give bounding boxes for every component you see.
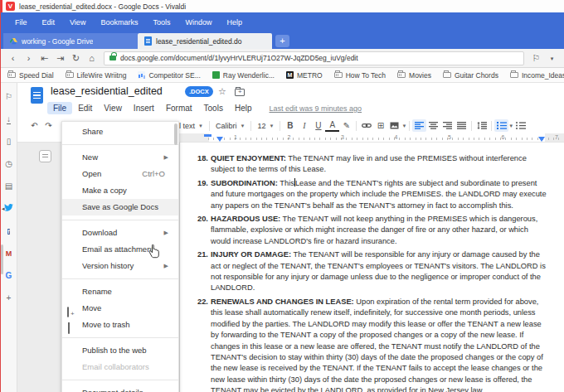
first-line-indent-marker[interactable] (204, 134, 212, 137)
panel-collapse-icon[interactable]: ◂ (2, 206, 5, 212)
bookmark-metro[interactable]: MMETRO (286, 71, 323, 80)
underline-button[interactable]: U (311, 119, 325, 132)
docs-menu-insert[interactable]: Insert (128, 102, 160, 114)
highlight-color-icon[interactable]: ✎ (339, 119, 353, 132)
panel-resize-handle[interactable] (1, 244, 3, 274)
align-left-button[interactable] (412, 119, 426, 132)
lease-clause-22[interactable]: 22.RENEWALS AND CHANGES IN LEASE: Upon e… (197, 297, 549, 392)
clause-number: 18. (197, 153, 211, 176)
twitter-icon[interactable] (4, 200, 13, 215)
font-select[interactable]: Calibri▼ (212, 122, 248, 130)
bookmark-icon[interactable]: ⚐ (5, 88, 12, 103)
mail-site-icon[interactable]: M (6, 244, 12, 259)
line-spacing-icon[interactable] (474, 119, 489, 132)
lease-clause-19[interactable]: 19.SUBORDINATION: ThisLease and the TENA… (197, 178, 549, 211)
file-menu-item-make-a-copy[interactable]: Make a copy (62, 182, 178, 199)
numbered-list-button[interactable] (494, 119, 508, 132)
show-outline-icon[interactable] (39, 150, 51, 162)
bookmark-lifewire-wriitng[interactable]: LifeWire Wriitng (66, 71, 127, 80)
bulleted-list-button[interactable] (513, 119, 528, 132)
bold-button[interactable]: B (283, 119, 297, 132)
clause-text: QUIET ENJOYMENT: The TENANT may live in … (211, 153, 549, 176)
docs-menu-view[interactable]: View (98, 102, 128, 114)
docs-menu-format[interactable]: Format (160, 102, 198, 114)
browser-menu-bookmarks[interactable]: Bookmarks (93, 15, 145, 30)
url-field[interactable]: docs.google.com/document/d/1lyvyHrVLERUj… (104, 51, 524, 65)
file-menu-item-open[interactable]: OpenCtrl+O (62, 166, 178, 182)
browser-menu-view[interactable]: View (62, 15, 93, 30)
lease-clause-20[interactable]: 20.HAZARDOUS USE: The TENANT will not ke… (197, 214, 549, 247)
browser-menu-tools[interactable]: Tools (145, 15, 177, 30)
bookmark-speed-dial[interactable]: Speed Dial (7, 71, 54, 80)
address-dropdown-icon[interactable]: ▾ (545, 51, 559, 65)
file-menu-item-email-as-attachment[interactable]: Email as attachment (62, 241, 178, 258)
italic-button[interactable]: I (297, 119, 311, 132)
facebook-icon[interactable]: f (7, 222, 9, 237)
file-menu-item-share[interactable]: Share (62, 123, 178, 140)
browser-menu-help[interactable]: Help (219, 15, 250, 30)
vivaldi-icon[interactable]: V (6, 2, 15, 11)
bookmark-competitor-se-[interactable]: Competitor SE... (138, 71, 200, 80)
browser-menu-edit[interactable]: Edit (35, 15, 63, 30)
bookmark-income-ideas[interactable]: Income_Ideas (510, 71, 564, 80)
right-indent-marker[interactable] (538, 137, 545, 142)
fast-forward-icon[interactable]: ⇥ (53, 51, 67, 65)
file-menu-item-version-history[interactable]: Version history▶ (62, 258, 178, 274)
lease-clause-21[interactable]: 21.INJURY OR DAMAGE: The TENANT will be … (197, 249, 549, 294)
add-web-panel-icon[interactable]: + (7, 289, 12, 304)
forward-icon[interactable]: › (22, 51, 36, 65)
reload-icon[interactable]: ↻ (69, 51, 83, 65)
history-icon[interactable]: ◷ (5, 155, 12, 170)
document-page[interactable]: 18.QUIET ENJOYMENT: The TENANT may live … (179, 143, 564, 392)
add-comment-icon[interactable]: ⊞ (373, 119, 387, 132)
document-title[interactable]: lease_residential_edited (51, 85, 163, 97)
text-color-button[interactable]: A (325, 119, 339, 132)
document-text[interactable]: 18.QUIET ENJOYMENT: The TENANT may live … (197, 153, 549, 392)
align-right-button[interactable] (440, 119, 455, 132)
back-icon[interactable]: ‹ (6, 51, 20, 65)
align-center-button[interactable] (426, 119, 440, 132)
docs-menu-help[interactable]: Help (229, 102, 258, 114)
new-tab-button[interactable]: + (275, 35, 289, 47)
file-menu-item-rename[interactable]: Rename (62, 283, 178, 300)
mobile-icon[interactable]: ▯ (7, 133, 12, 148)
home-icon[interactable]: ⌂ (85, 51, 99, 65)
file-menu-item-move[interactable]: Move (62, 300, 178, 317)
download-icon[interactable]: ↓ (7, 110, 11, 125)
file-menu-item-document-details[interactable]: Document details (62, 385, 178, 392)
font-size-select[interactable]: 12▼ (254, 122, 277, 130)
window-panel-icon[interactable]: ▤ (5, 177, 12, 192)
bookmark-ray-wenderlic-[interactable]: Ray Wenderlic... (212, 71, 275, 80)
left-indent-marker[interactable] (216, 137, 223, 142)
move-folder-icon[interactable] (235, 89, 245, 96)
file-menu-item-move-to-trash[interactable]: Move to trash (62, 317, 178, 333)
bookmark-guitar-chords[interactable]: Guitar Chords (443, 71, 498, 80)
file-menu-item-save-as-google-docs[interactable]: Save as Google Docs (62, 199, 178, 215)
file-menu-item-publish-to-the-web[interactable]: Publish to the web (62, 342, 178, 359)
chevron-down-icon[interactable]: ▼ (401, 123, 406, 128)
tab-lease-document[interactable]: lease_residential_edited.do (138, 33, 272, 49)
browser-menu-file[interactable]: File (7, 15, 35, 30)
bookmark-label: Speed Dial (19, 71, 54, 80)
bookmark-how-to-tech[interactable]: How To Tech (334, 71, 386, 80)
tab-working-google-drive[interactable]: working - Google Drive (3, 33, 138, 49)
redo-icon[interactable]: ↷ (41, 119, 56, 132)
rewind-icon[interactable]: ⇤ (37, 51, 51, 65)
docs-menu-tools[interactable]: Tools (198, 102, 229, 114)
tab-label: lease_residential_edited.do (156, 37, 242, 46)
last-edit-link[interactable]: Last edit was 9 minutes ago (269, 104, 362, 113)
file-menu-item-download[interactable]: Download▶ (62, 225, 178, 241)
star-icon[interactable]: ☆ (218, 86, 226, 97)
file-menu-item-new[interactable]: New▶ (62, 149, 178, 166)
insert-image-icon[interactable] (387, 119, 401, 132)
docs-menu-file[interactable]: File (47, 102, 72, 114)
insert-link-icon[interactable] (359, 119, 373, 132)
bookmark-page-icon[interactable]: ⚐ (529, 51, 543, 65)
google-icon[interactable]: G (6, 267, 12, 282)
bookmark-movies[interactable]: Movies (397, 71, 431, 80)
justify-button[interactable] (455, 119, 469, 132)
docs-menu-edit[interactable]: Edit (72, 102, 98, 114)
undo-icon[interactable]: ↶ (27, 119, 41, 132)
lease-clause-18[interactable]: 18.QUIET ENJOYMENT: The TENANT may live … (197, 153, 549, 176)
browser-menu-window[interactable]: Window (177, 15, 219, 30)
